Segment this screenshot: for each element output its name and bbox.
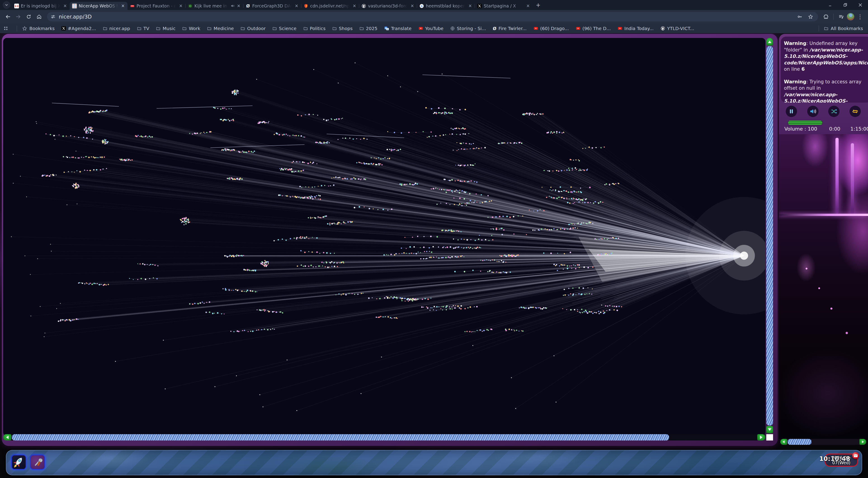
bookmark-music[interactable]: Music [156, 26, 176, 31]
horizontal-scrollbar[interactable] [3, 434, 765, 441]
force-graph-svg[interactable] [3, 38, 765, 436]
password-key-icon[interactable] [796, 13, 804, 21]
scroll-left-button[interactable] [3, 434, 11, 441]
minimize-button[interactable] [826, 1, 835, 9]
panel-horizontal-scrollbar[interactable] [780, 439, 866, 445]
restore-button[interactable] [841, 1, 850, 9]
home-button[interactable] [34, 12, 44, 22]
tab-nicerapp-webos-ho[interactable]: NicerApp WebOS ho× [70, 2, 127, 10]
all-bookmarks-button[interactable]: All Bookmarks [824, 26, 863, 31]
force-graph-canvas[interactable] [3, 38, 765, 436]
tab-close-icon[interactable]: × [410, 4, 414, 8]
bookmark-outdoor[interactable]: Outdoor [241, 26, 266, 31]
bookmark-agenda2[interactable]: #Agenda2... [61, 26, 96, 31]
bookmark-politics[interactable]: Politics [303, 26, 326, 31]
tab-er-is-ingelogd-bij-x-w[interactable]: Er is ingelogd bij X w× [12, 2, 70, 10]
bookmark-storing-si[interactable]: Storing - Si... [450, 26, 486, 31]
globe-icon [450, 26, 455, 31]
bookmark-96-the-d[interactable]: (96) The D... [576, 26, 611, 31]
taskbar-clock[interactable]: 10:10:48 2026-01-07(Wed) [825, 454, 858, 467]
tab-heemstblad-kopen[interactable]: Gheemstblad kopen -× [417, 2, 475, 10]
bookmark-label: Shops [339, 26, 352, 31]
horizontal-scrollbar-thumb[interactable] [12, 434, 669, 441]
tab-close-icon[interactable]: × [121, 4, 125, 8]
tools-app-icon[interactable] [30, 455, 45, 470]
bookmark-bookmarks[interactable]: Bookmarks [22, 26, 55, 31]
vertical-scrollbar-thumb[interactable] [766, 46, 773, 425]
scroll-right-button[interactable] [757, 434, 765, 441]
volume-slider[interactable] [788, 121, 822, 125]
new-tab-button[interactable]: + [534, 1, 542, 9]
bookmark-medicine[interactable]: Medicine [207, 26, 234, 31]
panel-scroll-right-button[interactable] [860, 439, 866, 445]
tab-close-icon[interactable]: × [468, 4, 472, 8]
reload-button[interactable] [24, 12, 33, 22]
bookmark-shops[interactable]: Shops [332, 26, 352, 31]
mail-badge[interactable] [852, 452, 859, 459]
forward-button[interactable] [13, 12, 23, 22]
tab-startpagina-x[interactable]: Startpagina / X× [475, 2, 532, 10]
bookmarks-bar: Bookmarks#Agenda2...nicer.appTVMusicWork… [0, 24, 868, 33]
bookmark-label: Music [162, 26, 176, 31]
bookmark-translate[interactable]: GATranslate [384, 26, 412, 31]
rocket-app-icon[interactable] [11, 455, 26, 470]
tab-close-icon[interactable]: × [526, 4, 530, 8]
bookmark-nicer-app[interactable]: nicer.app [103, 26, 130, 31]
bookmark-label: nicer.app [110, 26, 130, 31]
bookmark-ytld-vict[interactable]: YTLD-VICT... [660, 26, 694, 31]
close-button[interactable] [856, 1, 865, 9]
bookmark-label: (96) The D... [583, 26, 611, 31]
tab-close-icon[interactable]: × [237, 4, 241, 8]
pause-button[interactable] [786, 106, 797, 117]
slash-icon: Ø [493, 26, 496, 31]
repeat-button[interactable] [849, 106, 861, 117]
bookmark-label: Translate [391, 26, 412, 31]
translate-icon: GA [384, 26, 389, 31]
media-player: Volume : 100 0:00 1:15:00 [779, 102, 868, 134]
tab-close-icon[interactable]: × [63, 4, 67, 8]
folder-icon [207, 26, 212, 31]
url-text[interactable]: nicer.app/3D [59, 14, 793, 20]
scroll-up-button[interactable] [766, 38, 773, 45]
site-settings-icon[interactable] [51, 14, 56, 19]
tab-vasturiano-3d-force[interactable]: vasturiano/3d-force× [359, 2, 417, 10]
bookmark-star-icon[interactable] [807, 13, 814, 21]
tab-project-fauxton-da[interactable]: Project Fauxton - da× [127, 2, 185, 10]
bookmark-youtube[interactable]: YouTube [418, 26, 443, 31]
panel-scroll-left-button[interactable] [780, 439, 787, 445]
profile-avatar[interactable] [847, 13, 855, 21]
back-button[interactable] [3, 12, 13, 22]
bookmark-label: Medicine [214, 26, 234, 31]
bookmark-label: Fire Twirler... [498, 26, 526, 31]
tab-close-icon[interactable]: × [294, 4, 299, 8]
tab-audio-icon[interactable] [230, 4, 235, 8]
bookmark-60-drago[interactable]: (60) Drago... [533, 26, 569, 31]
panel-scrollbar-thumb[interactable] [787, 439, 811, 445]
search-tabs-button[interactable] [3, 1, 10, 9]
tab-close-icon[interactable]: × [179, 4, 183, 8]
apps-grid-icon[interactable] [4, 26, 8, 31]
bookmark-label: Science [279, 26, 297, 31]
tab-kijk-live-mee-in-de[interactable]: Kijk live mee in de× [185, 2, 243, 10]
bookmark-work[interactable]: Work [182, 26, 200, 31]
chevron-down-icon [4, 3, 8, 7]
bookmark-fire-twirler[interactable]: ØFire Twirler... [493, 26, 527, 31]
scroll-down-button[interactable] [766, 426, 773, 433]
media-playlist-icon[interactable] [836, 12, 846, 22]
extensions-puzzle-icon[interactable] [821, 12, 831, 22]
folder-icon [272, 26, 277, 31]
tab-close-icon[interactable]: × [352, 4, 357, 8]
url-bar[interactable]: nicer.app/3D [47, 12, 818, 22]
tab-forcegraph3d-dag[interactable]: ØForceGraph3D DAG× [243, 2, 301, 10]
bookmark-label: Politics [310, 26, 326, 31]
tab-strip: Er is ingelogd bij X w×NicerApp WebOS ho… [0, 0, 868, 10]
tab-cdn-jsdelivr-net-npm[interactable]: cdn.jsdelivr.net/npm× [301, 2, 359, 10]
bookmark-india-today[interactable]: India Today... [618, 26, 654, 31]
menu-dots-icon[interactable]: ⋮ [855, 12, 865, 22]
bookmark-tv[interactable]: TV [137, 26, 149, 31]
volume-button[interactable] [807, 106, 818, 117]
couchdb-favicon [130, 3, 135, 8]
bookmark-2025[interactable]: 2025 [360, 26, 377, 31]
bookmark-science[interactable]: Science [272, 26, 297, 31]
shuffle-button[interactable] [828, 106, 839, 117]
